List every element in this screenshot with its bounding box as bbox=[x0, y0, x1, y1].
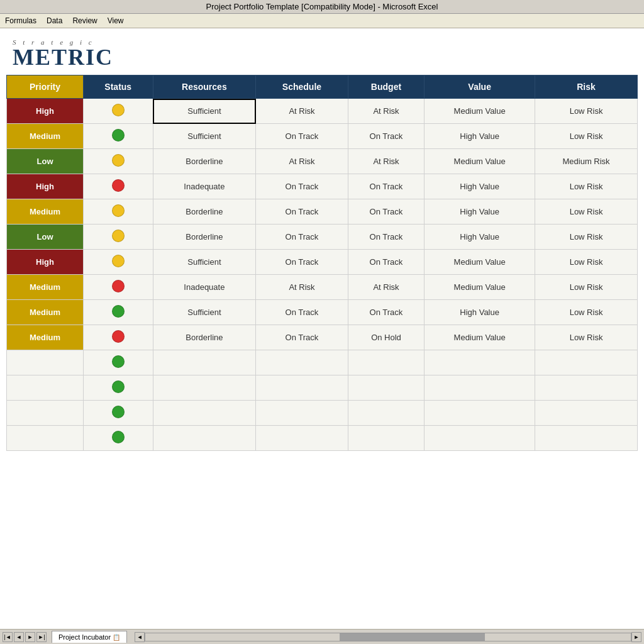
menu-view[interactable]: View bbox=[108, 16, 124, 25]
value-cell[interactable]: Medium Value bbox=[425, 250, 535, 275]
budget-cell[interactable]: At Risk bbox=[348, 275, 425, 300]
priority-cell[interactable]: Medium bbox=[7, 300, 84, 325]
risk-cell[interactable]: Low Risk bbox=[535, 275, 638, 300]
risk-cell[interactable]: Low Risk bbox=[535, 250, 638, 275]
value-cell[interactable]: High Value bbox=[425, 225, 535, 250]
value-cell[interactable]: High Value bbox=[425, 124, 535, 149]
risk-cell[interactable]: Medium Risk bbox=[535, 149, 638, 174]
budget-cell[interactable]: On Track bbox=[348, 174, 425, 199]
priority-cell[interactable]: High bbox=[7, 99, 84, 124]
status-cell[interactable] bbox=[84, 199, 153, 225]
risk-cell[interactable]: Low Risk bbox=[535, 99, 638, 124]
sheet-tab-label: Project Incubator bbox=[58, 633, 111, 641]
schedule-cell[interactable]: On Track bbox=[256, 174, 348, 199]
risk-cell[interactable]: Low Risk bbox=[535, 174, 638, 199]
empty-cell bbox=[425, 375, 535, 401]
scrollbar-track[interactable] bbox=[145, 633, 631, 641]
priority-cell[interactable]: High bbox=[7, 250, 84, 275]
value-cell[interactable]: Medium Value bbox=[425, 325, 535, 350]
col-header-budget[interactable]: Budget bbox=[348, 75, 425, 99]
priority-cell[interactable]: Low bbox=[7, 149, 84, 174]
value-cell[interactable]: High Value bbox=[425, 199, 535, 225]
empty-row bbox=[7, 350, 638, 375]
empty-cell bbox=[153, 375, 256, 401]
schedule-cell[interactable]: On Track bbox=[256, 250, 348, 275]
col-header-risk[interactable]: Risk bbox=[535, 75, 638, 99]
budget-cell[interactable]: On Track bbox=[348, 124, 425, 149]
budget-cell[interactable]: On Track bbox=[348, 225, 425, 250]
menu-data[interactable]: Data bbox=[47, 16, 62, 25]
risk-cell[interactable]: Low Risk bbox=[535, 225, 638, 250]
menu-review[interactable]: Review bbox=[72, 16, 97, 25]
schedule-cell[interactable]: On Track bbox=[256, 300, 348, 325]
scroll-left[interactable]: ◄ bbox=[135, 632, 145, 642]
status-dot-green bbox=[112, 380, 125, 393]
status-cell-empty bbox=[84, 426, 153, 451]
resources-cell[interactable]: Sufficient bbox=[153, 124, 256, 149]
priority-cell[interactable]: Medium bbox=[7, 325, 84, 350]
budget-cell[interactable]: On Track bbox=[348, 199, 425, 225]
value-cell[interactable]: High Value bbox=[425, 300, 535, 325]
menu-formulas[interactable]: Formulas bbox=[5, 16, 36, 25]
budget-cell[interactable]: On Track bbox=[348, 300, 425, 325]
status-cell[interactable] bbox=[84, 124, 153, 149]
budget-cell[interactable]: At Risk bbox=[348, 149, 425, 174]
risk-cell[interactable]: Low Risk bbox=[535, 325, 638, 350]
col-header-schedule[interactable]: Schedule bbox=[256, 75, 348, 99]
priority-cell[interactable]: High bbox=[7, 174, 84, 199]
priority-cell[interactable]: Medium bbox=[7, 275, 84, 300]
resources-cell[interactable]: Sufficient bbox=[153, 250, 256, 275]
empty-cell bbox=[348, 426, 425, 451]
status-cell[interactable] bbox=[84, 250, 153, 275]
resources-cell[interactable]: Borderline bbox=[153, 225, 256, 250]
status-cell[interactable] bbox=[84, 174, 153, 199]
status-cell[interactable] bbox=[84, 275, 153, 300]
budget-cell[interactable]: On Track bbox=[348, 250, 425, 275]
resources-cell[interactable]: Borderline bbox=[153, 199, 256, 225]
status-cell[interactable] bbox=[84, 149, 153, 174]
schedule-cell[interactable]: On Track bbox=[256, 124, 348, 149]
tab-nav-next[interactable]: ► bbox=[25, 632, 35, 642]
risk-cell[interactable]: Low Risk bbox=[535, 199, 638, 225]
logo-area: S t r a t e g i c METRIC bbox=[0, 28, 644, 75]
resources-cell[interactable]: Sufficient bbox=[153, 99, 256, 124]
col-header-priority[interactable]: Priority bbox=[7, 75, 84, 99]
col-header-value[interactable]: Value bbox=[425, 75, 535, 99]
priority-cell[interactable]: Medium bbox=[7, 199, 84, 225]
tab-nav-last[interactable]: ►| bbox=[36, 632, 47, 642]
priority-cell[interactable]: Low bbox=[7, 225, 84, 250]
status-cell[interactable] bbox=[84, 300, 153, 325]
scroll-right[interactable]: ► bbox=[631, 632, 641, 642]
schedule-cell[interactable]: At Risk bbox=[256, 275, 348, 300]
status-cell[interactable] bbox=[84, 99, 153, 124]
status-cell[interactable] bbox=[84, 325, 153, 350]
tab-nav-first[interactable]: |◄ bbox=[3, 632, 13, 642]
col-header-resources[interactable]: Resources bbox=[153, 75, 256, 99]
budget-cell[interactable]: At Risk bbox=[348, 99, 425, 124]
schedule-cell[interactable]: On Track bbox=[256, 199, 348, 225]
table-row: MediumSufficientOn TrackOn TrackHigh Val… bbox=[7, 300, 638, 325]
resources-cell[interactable]: Borderline bbox=[153, 149, 256, 174]
value-cell[interactable]: Medium Value bbox=[425, 275, 535, 300]
empty-cell bbox=[153, 401, 256, 426]
value-cell[interactable]: Medium Value bbox=[425, 99, 535, 124]
tab-nav-prev[interactable]: ◄ bbox=[14, 632, 24, 642]
status-cell[interactable] bbox=[84, 225, 153, 250]
col-header-status[interactable]: Status bbox=[84, 75, 153, 99]
schedule-cell[interactable]: At Risk bbox=[256, 99, 348, 124]
resources-cell[interactable]: Sufficient bbox=[153, 300, 256, 325]
value-cell[interactable]: High Value bbox=[425, 174, 535, 199]
priority-cell[interactable]: Medium bbox=[7, 124, 84, 149]
resources-cell[interactable]: Borderline bbox=[153, 325, 256, 350]
sheet-tab[interactable]: Project Incubator 📋 bbox=[52, 631, 127, 643]
risk-cell[interactable]: Low Risk bbox=[535, 300, 638, 325]
risk-cell[interactable]: Low Risk bbox=[535, 124, 638, 149]
schedule-cell[interactable]: At Risk bbox=[256, 149, 348, 174]
schedule-cell[interactable]: On Track bbox=[256, 225, 348, 250]
budget-cell[interactable]: On Hold bbox=[348, 325, 425, 350]
tab-nav: |◄ ◄ ► ►| bbox=[3, 632, 47, 642]
resources-cell[interactable]: Inadequate bbox=[153, 174, 256, 199]
value-cell[interactable]: Medium Value bbox=[425, 149, 535, 174]
resources-cell[interactable]: Inadequate bbox=[153, 275, 256, 300]
schedule-cell[interactable]: On Track bbox=[256, 325, 348, 350]
